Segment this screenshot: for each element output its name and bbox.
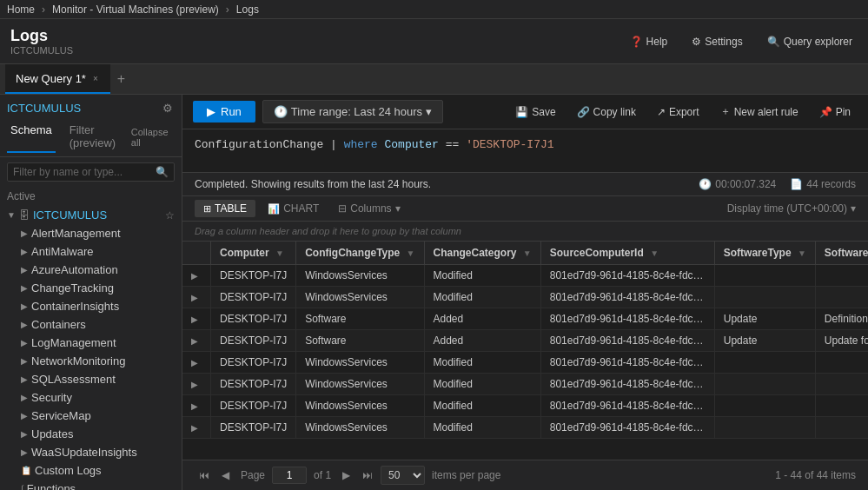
tab-chart[interactable]: 📊 CHART bbox=[259, 200, 328, 217]
tree-item[interactable]: 📋Custom Logs bbox=[0, 461, 182, 480]
row-expand[interactable]: ▶ bbox=[182, 287, 211, 308]
expand-button[interactable]: ▶ bbox=[191, 315, 198, 324]
filter-input-wrap: 🔍 bbox=[7, 162, 175, 182]
tab-schema[interactable]: Schema bbox=[7, 122, 56, 153]
tab-filter[interactable]: Filter (preview) bbox=[66, 122, 131, 153]
tree-item-caret: ▶ bbox=[21, 447, 28, 457]
tree-item[interactable]: ▶AlertManagement bbox=[0, 224, 182, 242]
table-row: ▶ DESKTOP-I7J Software Added 801ed7d9-96… bbox=[182, 308, 868, 330]
window-title: Logs bbox=[10, 27, 73, 46]
sidebar-workspace-link[interactable]: ICTCUMULUS bbox=[7, 102, 81, 115]
tree-item[interactable]: ▶AzureAutomation bbox=[0, 261, 182, 279]
prev-page-button[interactable]: ◀ bbox=[217, 467, 234, 483]
tree-item[interactable]: ▶Security bbox=[0, 388, 182, 407]
tree-item[interactable]: ▶AntiMalware bbox=[0, 242, 182, 261]
new-tab-button[interactable]: + bbox=[110, 68, 132, 90]
settings-button[interactable]: ⚙ Settings bbox=[686, 32, 747, 51]
tree-item[interactable]: ∫Functions bbox=[0, 480, 182, 490]
tab-new-query[interactable]: New Query 1* × bbox=[5, 64, 110, 94]
collapse-all-button[interactable]: Collapse all bbox=[131, 127, 175, 148]
save-icon: 💾 bbox=[515, 106, 528, 118]
results-time-value: 00:00:07.324 bbox=[715, 178, 776, 190]
expand-button[interactable]: ▶ bbox=[191, 293, 198, 302]
tree-item[interactable]: ▶ContainerInsights bbox=[0, 297, 182, 315]
expand-button[interactable]: ▶ bbox=[191, 336, 198, 346]
query-value: 'DESKTOP-I7J1 bbox=[466, 138, 553, 151]
breadcrumb: Home › Monitor - Virtual Machines (previ… bbox=[0, 0, 868, 19]
tree-item[interactable]: ▶NetworkMonitoring bbox=[0, 352, 182, 370]
col-sourceid[interactable]: SourceComputerId ▼ bbox=[540, 242, 714, 265]
save-button[interactable]: 💾 Save bbox=[508, 103, 562, 122]
row-changetype: WindowsServices bbox=[296, 265, 424, 287]
tab-close-button[interactable]: × bbox=[91, 72, 100, 85]
row-expand[interactable]: ▶ bbox=[182, 374, 211, 395]
results-tbody: ▶ DESKTOP-I7J WindowsServices Modified 8… bbox=[182, 265, 868, 439]
items-per-page-select[interactable]: 50 100 200 bbox=[381, 466, 425, 485]
tree-item[interactable]: ▶ServiceMap bbox=[0, 407, 182, 425]
help-label: Help bbox=[646, 36, 668, 48]
row-softwarename: Definition Update for Windows Defender..… bbox=[815, 308, 868, 330]
query-explorer-button[interactable]: 🔍 Query explorer bbox=[762, 32, 858, 51]
run-button[interactable]: ▶ Run bbox=[193, 101, 255, 122]
expand-button[interactable]: ▶ bbox=[191, 401, 198, 411]
help-button[interactable]: ❓ Help bbox=[625, 32, 673, 51]
sidebar-header: ICTCUMULUS ⚙ bbox=[0, 95, 182, 122]
display-time-selector[interactable]: Display time (UTC+00:00) ▾ bbox=[727, 202, 856, 215]
tree-item[interactable]: ▶Updates bbox=[0, 425, 182, 443]
col-softwaretype[interactable]: SoftwareType ▼ bbox=[714, 242, 815, 265]
tree-item-label: AzureAutomation bbox=[31, 263, 118, 276]
expand-button[interactable]: ▶ bbox=[191, 380, 198, 389]
copy-link-button[interactable]: 🔗 Copy link bbox=[570, 103, 643, 122]
query-editor[interactable]: ConfigurationChange | where Computer == … bbox=[182, 129, 868, 173]
expand-button[interactable]: ▶ bbox=[191, 358, 198, 368]
tab-table[interactable]: ⊞ TABLE bbox=[195, 200, 255, 217]
row-expand[interactable]: ▶ bbox=[182, 265, 211, 287]
tree-item[interactable]: ▶Containers bbox=[0, 315, 182, 334]
settings-icon: ⚙ bbox=[692, 36, 701, 48]
col-softwarename[interactable]: SoftwareName bbox=[815, 242, 868, 265]
col-category[interactable]: ChangeCategory ▼ bbox=[424, 242, 540, 265]
row-expand[interactable]: ▶ bbox=[182, 417, 211, 439]
col-changetype[interactable]: ConfigChangeType ▼ bbox=[296, 242, 424, 265]
expand-button[interactable]: ▶ bbox=[191, 271, 198, 281]
last-page-button[interactable]: ⏭ bbox=[358, 467, 377, 483]
breadcrumb-home[interactable]: Home bbox=[7, 3, 35, 16]
query-operator: == bbox=[446, 138, 466, 151]
page-number-input[interactable] bbox=[272, 467, 307, 484]
row-expand[interactable]: ▶ bbox=[182, 352, 211, 374]
tree-star-icon[interactable]: ☆ bbox=[165, 209, 175, 222]
query-field-computer: Computer bbox=[384, 138, 438, 151]
chart-tab-label: CHART bbox=[283, 202, 319, 215]
first-page-button[interactable]: ⏮ bbox=[195, 467, 214, 483]
time-range-button[interactable]: 🕐 Time range: Last 24 hours ▾ bbox=[262, 100, 443, 123]
results-table-wrap[interactable]: Computer ▼ ConfigChangeType ▼ ChangeCate… bbox=[182, 242, 868, 460]
tree-item[interactable]: ▶ChangeTracking bbox=[0, 279, 182, 297]
tree-items-container: ▶AlertManagement▶AntiMalware▶AzureAutoma… bbox=[0, 224, 182, 490]
export-button[interactable]: ↗ Export bbox=[650, 103, 706, 122]
pin-button[interactable]: 📌 Pin bbox=[812, 103, 858, 122]
next-page-button[interactable]: ▶ bbox=[338, 467, 354, 483]
run-icon: ▶ bbox=[207, 105, 215, 118]
tree-item-caret: ▶ bbox=[21, 228, 28, 238]
row-changetype: WindowsServices bbox=[296, 417, 424, 439]
tree-item[interactable]: ▶LogManagement bbox=[0, 334, 182, 352]
new-alert-button[interactable]: ＋ New alert rule bbox=[713, 101, 805, 122]
results-meta: 🕐 00:00:07.324 📄 44 records bbox=[699, 178, 856, 190]
row-expand[interactable]: ▶ bbox=[182, 308, 211, 330]
breadcrumb-monitor[interactable]: Monitor - Virtual Machines (preview) bbox=[52, 3, 219, 16]
settings-label: Settings bbox=[705, 36, 742, 48]
tree-item[interactable]: ▶WaaSUpdateInsights bbox=[0, 443, 182, 461]
col-computer[interactable]: Computer ▼ bbox=[211, 242, 296, 265]
filter-input[interactable] bbox=[13, 166, 152, 178]
tree-item-label: Functions bbox=[27, 482, 76, 490]
row-expand[interactable]: ▶ bbox=[182, 330, 211, 352]
sidebar-settings-icon[interactable]: ⚙ bbox=[161, 100, 175, 116]
tree-item[interactable]: ▶SQLAssessment bbox=[0, 370, 182, 388]
row-softwarename bbox=[815, 287, 868, 308]
row-expand[interactable]: ▶ bbox=[182, 395, 211, 417]
row-softwaretype: Update bbox=[714, 330, 815, 352]
expand-button[interactable]: ▶ bbox=[191, 423, 198, 433]
tree-workspace-header[interactable]: ▼ 🗄 ICTCUMULUS ☆ bbox=[0, 206, 182, 224]
columns-button[interactable]: ⊟ Columns ▾ bbox=[331, 201, 407, 216]
results-time: 🕐 00:00:07.324 bbox=[699, 178, 776, 190]
